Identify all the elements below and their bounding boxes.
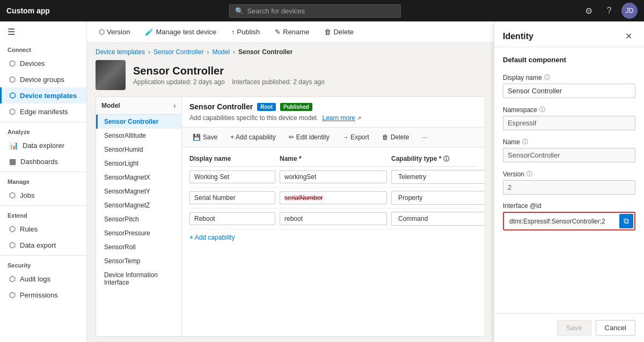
section-extend: Extend (0, 208, 86, 221)
add-capability-link[interactable]: + Add capability (189, 229, 477, 246)
breadcrumb-sensor-controller[interactable]: Sensor Controller (153, 48, 203, 56)
tree-item-sensor-pitch[interactable]: SensorPitch (96, 212, 181, 226)
identity-cancel-button[interactable]: Cancel (596, 320, 635, 336)
interface-id-label: Interface @id (503, 202, 635, 210)
publish-button[interactable]: ↑ Publish (228, 26, 263, 38)
interface-id-field: Interface @id ⧉ (503, 202, 635, 231)
section-security: Security (0, 258, 86, 271)
col-display-name: Display name (189, 155, 275, 163)
dashboards-icon: ▦ (9, 157, 16, 166)
settings-button[interactable]: ⚙ (581, 3, 597, 19)
table-row: Telemetry Property Command (189, 167, 477, 188)
tree-item-sensor-controller[interactable]: Sensor Controller (96, 115, 181, 129)
tree-item-sensor-roll[interactable]: SensorRoll (96, 240, 181, 254)
namespace-info-icon[interactable]: ⓘ (539, 106, 545, 114)
sidebar-item-audit-logs[interactable]: ⬡ Audit logs (0, 271, 86, 287)
sidebar-item-rules[interactable]: ⬡ Rules (0, 221, 86, 237)
capability-type-select-1[interactable]: Telemetry Property Command (391, 191, 485, 205)
name-label: Name ⓘ (503, 138, 635, 146)
sidebar-item-data-export[interactable]: ⬡ Data export (0, 237, 86, 253)
capability-type-info-icon[interactable]: ⓘ (443, 155, 449, 162)
sidebar-item-dashboards[interactable]: ▦ Dashboards (0, 153, 86, 169)
display-name-field: Display name ⓘ (503, 73, 635, 98)
tree-item-device-info[interactable]: Device Information Interface (96, 268, 181, 289)
sidebar-item-jobs[interactable]: ⬡ Jobs (0, 187, 86, 203)
user-avatar-button[interactable]: JD (621, 3, 638, 19)
export-button[interactable]: → Export (339, 132, 372, 143)
version-button[interactable]: ⬡ Version (96, 26, 133, 38)
add-capability-toolbar-button[interactable]: + Add capability (227, 132, 279, 143)
identity-close-button[interactable]: ✕ (622, 30, 635, 42)
col-capability-type: Capability type * ⓘ (391, 155, 485, 163)
display-name-input[interactable] (503, 84, 635, 98)
section-connect: Connect (0, 42, 86, 55)
tree-item-sensor-temp[interactable]: SensorTemp (96, 254, 181, 268)
edit-identity-button[interactable]: ✏ Edit identity (286, 132, 333, 143)
sidebar-item-data-explorer[interactable]: 📊 Data explorer (0, 137, 86, 153)
breadcrumb: Device templates › Sensor Controller › M… (96, 48, 485, 56)
search-bar[interactable]: 🔍 (229, 4, 401, 18)
interface-id-input[interactable] (505, 215, 617, 228)
tree-item-sensor-humid[interactable]: SensorHumid (96, 143, 181, 157)
tree-item-sensor-altitude[interactable]: SensorAltitude (96, 129, 181, 143)
capability-type-select-2[interactable]: Telemetry Property Command (391, 212, 485, 226)
sidebar: ☰ Connect ⬡ Devices ⬡ Device groups ⬡ De… (0, 21, 87, 342)
hamburger-button[interactable]: ☰ (0, 21, 86, 42)
more-options-button[interactable]: ··· (419, 132, 431, 143)
version-label: Version ⓘ (503, 170, 635, 178)
sidebar-item-devices[interactable]: ⬡ Devices (0, 55, 86, 71)
section-manage: Manage (0, 174, 86, 187)
interface-id-row: ⧉ (503, 212, 635, 231)
display-name-info-icon[interactable]: ⓘ (544, 73, 550, 81)
sidebar-item-permissions[interactable]: ⬡ Permissions (0, 287, 86, 303)
save-capability-button[interactable]: 💾 Save (189, 132, 221, 143)
device-name: Sensor Controller (133, 65, 325, 77)
save-icon: 💾 (193, 133, 201, 141)
table-row: Telemetry Property Command (189, 209, 477, 229)
copy-interface-id-button[interactable]: ⧉ (619, 214, 633, 228)
search-input[interactable] (247, 7, 395, 15)
sidebar-item-label-dashboards: Dashboards (20, 158, 58, 166)
manage-test-button[interactable]: 🧪 Manage test device (142, 26, 219, 38)
learn-more-link[interactable]: Learn more (322, 114, 355, 122)
tree-item-sensor-magnetz[interactable]: SensorMagnetZ (96, 198, 181, 212)
device-templates-icon: ⬡ (9, 91, 16, 100)
app-name: Custom app (6, 6, 50, 15)
help-button[interactable]: ? (601, 3, 617, 19)
capability-header: Sensor Controller Root Published Add cap… (182, 97, 485, 128)
sidebar-item-label-audit-logs: Audit logs (20, 275, 50, 283)
name-input-2[interactable] (280, 212, 387, 225)
sidebar-item-device-groups[interactable]: ⬡ Device groups (0, 71, 86, 87)
identity-save-button[interactable]: Save (557, 320, 591, 336)
name-info-icon[interactable]: ⓘ (522, 138, 528, 146)
topbar-actions: ⚙ ? JD (581, 3, 638, 19)
tree-item-sensor-light[interactable]: SensorLight (96, 157, 181, 170)
capability-toolbar: 💾 Save + Add capability ✏ Edit identity … (182, 128, 485, 147)
sidebar-item-device-templates[interactable]: ⬡ Device templates (0, 87, 86, 103)
tree-item-sensor-magnety[interactable]: SensorMagnetY (96, 184, 181, 198)
delete-button[interactable]: 🗑 Delete (321, 26, 357, 38)
breadcrumb-model[interactable]: Model (212, 48, 230, 56)
display-name-input-1[interactable] (189, 191, 275, 204)
model-tree-collapse-button[interactable]: ‹ (173, 101, 176, 110)
display-name-input-0[interactable] (189, 170, 275, 183)
version-info-icon[interactable]: ⓘ (526, 170, 532, 178)
capability-type-select-0[interactable]: Telemetry Property Command (391, 170, 485, 184)
breadcrumb-device-templates[interactable]: Device templates (96, 48, 145, 56)
namespace-label: Namespace ⓘ (503, 106, 635, 114)
capability-title-row: Sensor Controller Root Published (189, 102, 477, 111)
namespace-field: Namespace ⓘ (503, 106, 635, 130)
tree-item-sensor-pressure[interactable]: SensorPressure (96, 226, 181, 240)
tree-item-sensor-magnetx[interactable]: SensorMagnetX (96, 170, 181, 184)
rename-button[interactable]: ✎ Rename (272, 26, 312, 38)
capability-description: Add capabilities specific to this device… (189, 114, 477, 122)
sidebar-item-edge-manifests[interactable]: ⬡ Edge manifests (0, 103, 86, 120)
sidebar-item-label-devices: Devices (20, 60, 45, 68)
sidebar-item-label-permissions: Permissions (20, 291, 58, 299)
delete-capability-button[interactable]: 🗑 Delete (379, 132, 413, 143)
name-input-0[interactable] (280, 170, 387, 183)
model-tree-header: Model ‹ (96, 97, 181, 115)
name-input-1[interactable] (280, 191, 387, 204)
identity-panel: Identity ✕ Default component Display nam… (494, 21, 644, 342)
display-name-input-2[interactable] (189, 212, 275, 225)
